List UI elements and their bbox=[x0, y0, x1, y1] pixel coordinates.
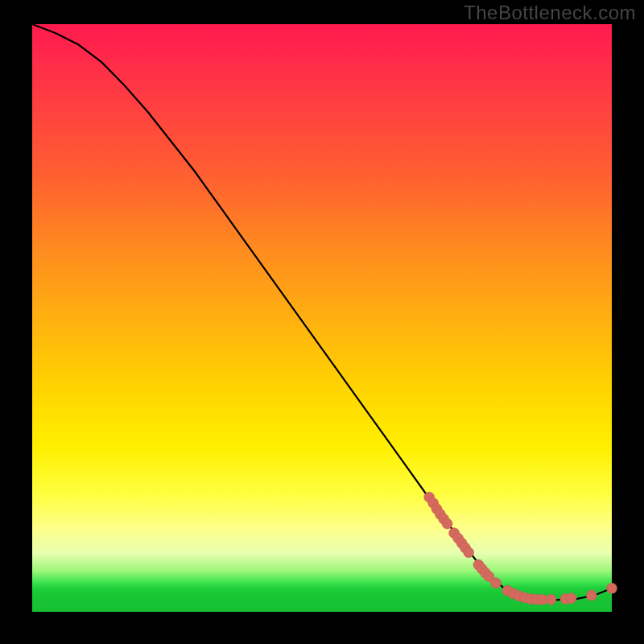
data-dot bbox=[607, 583, 617, 593]
data-dot bbox=[442, 518, 452, 529]
chart-frame: TheBottleneck.com bbox=[0, 0, 644, 644]
data-dot bbox=[464, 547, 474, 558]
watermark-text: TheBottleneck.com bbox=[464, 2, 636, 24]
data-dots-group bbox=[424, 492, 617, 605]
data-dot bbox=[491, 578, 502, 588]
bottleneck-curve bbox=[32, 24, 612, 600]
data-dot bbox=[546, 594, 556, 605]
data-dot bbox=[586, 590, 597, 601]
data-dot bbox=[566, 593, 576, 604]
plot-area bbox=[32, 24, 612, 612]
chart-svg bbox=[32, 24, 612, 612]
